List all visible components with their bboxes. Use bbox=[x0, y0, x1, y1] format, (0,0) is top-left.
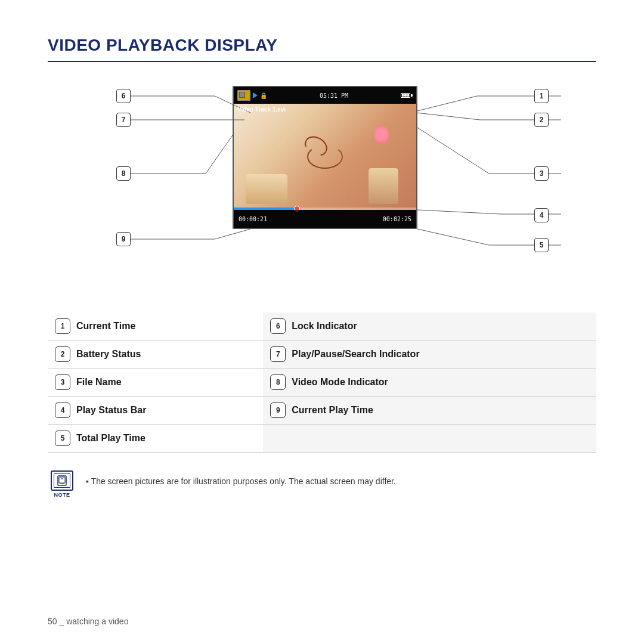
callout-number-6: 6 bbox=[116, 89, 131, 103]
note-area: NOTE ▪ The screen pictures are for illus… bbox=[48, 470, 596, 499]
svg-rect-18 bbox=[58, 476, 66, 485]
screen-icons: 🔒 bbox=[237, 90, 267, 101]
callout-right-4: 4 bbox=[534, 208, 549, 222]
legend-label-9: Current Play Time bbox=[292, 405, 373, 416]
legend-num-3: 3 bbox=[55, 374, 70, 390]
callout-number-2: 2 bbox=[534, 113, 549, 127]
battery-icon bbox=[401, 93, 413, 98]
screen-bottom-bar: 00:00:21 00:02:25 bbox=[234, 210, 416, 228]
svg-line-11 bbox=[416, 113, 480, 120]
legend-label-6: Lock Indicator bbox=[292, 321, 357, 332]
legend-num-7: 7 bbox=[270, 346, 286, 362]
screen-time-display: 05:31 PM bbox=[320, 92, 348, 99]
diagram-area: 🔒 05:31 PM Video Track 1.svi bbox=[48, 80, 596, 295]
callout-left-9: 9 bbox=[116, 232, 131, 246]
legend-label-3: File Name bbox=[76, 377, 122, 388]
callout-number-7: 7 bbox=[116, 113, 131, 127]
callout-left-6: 6 bbox=[116, 89, 131, 103]
legend-label-2: Battery Status bbox=[76, 349, 141, 360]
legend-num-1: 1 bbox=[55, 318, 70, 334]
legend-cell-8: 8 Video Mode Indicator bbox=[263, 369, 596, 397]
callout-number-5: 5 bbox=[534, 238, 549, 252]
legend-label-4: Play Status Bar bbox=[76, 405, 146, 416]
svg-marker-21 bbox=[61, 478, 63, 480]
legend-num-5: 5 bbox=[55, 431, 70, 446]
svg-line-15 bbox=[417, 210, 501, 214]
legend-num-2: 2 bbox=[55, 346, 70, 362]
legend-cell-3: 3 File Name bbox=[48, 369, 263, 397]
legend-cell-9: 9 Current Play Time bbox=[263, 397, 596, 425]
note-icon-svg bbox=[56, 475, 68, 487]
legend-num-4: 4 bbox=[55, 402, 70, 418]
callout-number-3: 3 bbox=[534, 166, 549, 181]
callout-right-5: 5 bbox=[534, 238, 549, 252]
total-play-time: 00:02:25 bbox=[383, 216, 411, 222]
legend-table: 1 Current Time 6 Lock Indicator 2 Batter… bbox=[48, 312, 596, 453]
note-icon: NOTE bbox=[48, 470, 76, 499]
note-text: ▪ The screen pictures are for illustrati… bbox=[86, 470, 396, 488]
legend-row-3: 3 File Name 8 Video Mode Indicator bbox=[48, 369, 596, 397]
svg-line-9 bbox=[417, 96, 477, 111]
legend-cell-6: 6 Lock Indicator bbox=[263, 312, 596, 340]
screen-top-bar: 🔒 05:31 PM bbox=[234, 87, 416, 104]
page-title: VIDEO PLAYBACK DISPLAY bbox=[48, 36, 596, 62]
lock-icon: 🔒 bbox=[260, 92, 267, 99]
callout-number-9: 9 bbox=[116, 232, 131, 246]
callout-number-1: 1 bbox=[534, 89, 549, 103]
legend-label-7: Play/Pause/Search Indicator bbox=[292, 349, 419, 360]
callout-right-1: 1 bbox=[534, 89, 549, 103]
callout-left-8: 8 bbox=[116, 166, 131, 181]
legend-row-2: 2 Battery Status 7 Play/Pause/Search Ind… bbox=[48, 340, 596, 369]
legend-cell-empty bbox=[263, 425, 596, 453]
callout-left-7: 7 bbox=[116, 113, 131, 127]
svg-line-5 bbox=[206, 134, 234, 174]
svg-rect-19 bbox=[59, 477, 65, 483]
camera-screen-wrapper: 🔒 05:31 PM Video Track 1.svi bbox=[233, 86, 417, 247]
note-label: NOTE bbox=[54, 492, 70, 498]
callout-right-3: 3 bbox=[534, 166, 549, 181]
current-play-time: 00:00:21 bbox=[239, 216, 267, 222]
play-arrow-icon bbox=[253, 92, 258, 98]
legend-cell-4: 4 Play Status Bar bbox=[48, 397, 263, 425]
legend-num-6: 6 bbox=[270, 318, 286, 334]
svg-line-13 bbox=[417, 128, 489, 174]
cake-flower bbox=[374, 125, 389, 143]
page-footer: 50 _ watching a video bbox=[48, 617, 128, 626]
legend-label-5: Total Play Time bbox=[76, 433, 145, 444]
screen-filename: Video Track 1.svi bbox=[237, 106, 286, 113]
callout-right-2: 2 bbox=[534, 113, 549, 127]
legend-cell-7: 7 Play/Pause/Search Indicator bbox=[263, 340, 596, 369]
legend-row-5: 5 Total Play Time bbox=[48, 425, 596, 453]
callout-number-4: 4 bbox=[534, 208, 549, 222]
note-icon-box bbox=[51, 470, 73, 491]
legend-num-9: 9 bbox=[270, 402, 286, 418]
legend-row-4: 4 Play Status Bar 9 Current Play Time bbox=[48, 397, 596, 425]
legend-cell-1: 1 Current Time bbox=[48, 312, 263, 340]
legend-label-1: Current Time bbox=[76, 321, 135, 332]
callout-number-8: 8 bbox=[116, 166, 131, 181]
legend-num-8: 8 bbox=[270, 374, 286, 390]
legend-cell-2: 2 Battery Status bbox=[48, 340, 263, 369]
film-mode-icon bbox=[237, 90, 250, 101]
legend-cell-5: 5 Total Play Time bbox=[48, 425, 263, 453]
video-preview bbox=[234, 104, 416, 210]
svg-line-17 bbox=[417, 229, 489, 245]
camera-screen: 🔒 05:31 PM Video Track 1.svi bbox=[233, 86, 417, 229]
legend-label-8: Video Mode Indicator bbox=[292, 377, 388, 388]
legend-row-1: 1 Current Time 6 Lock Indicator bbox=[48, 312, 596, 340]
